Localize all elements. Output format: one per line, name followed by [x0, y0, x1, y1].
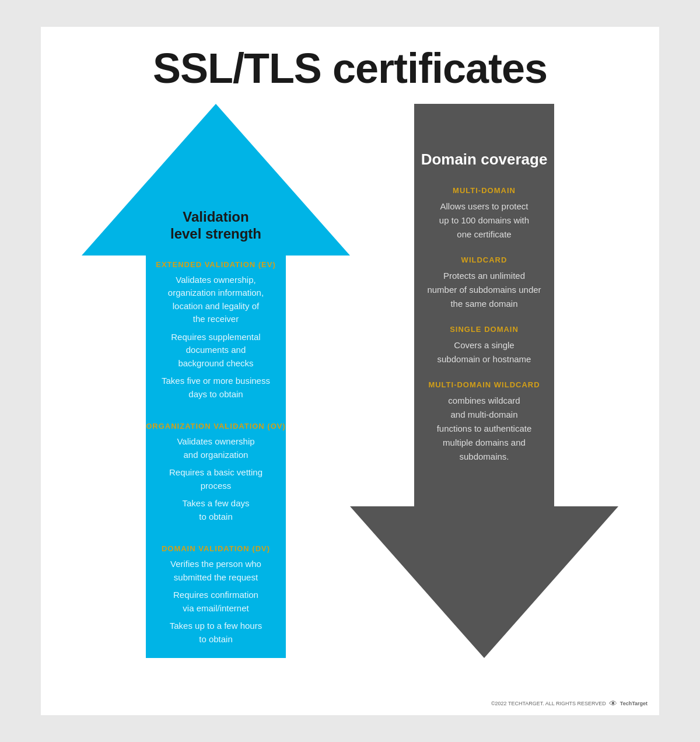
left-content: Validation level strength EXTENDED VALID… [82, 104, 350, 658]
wildcard-text: Protects an unlimitednumber of subdomain… [427, 269, 541, 311]
single-domain-label: SINGLE DOMAIN [438, 325, 531, 334]
dv-group: DOMAIN VALIDATION (DV) Verifies the pers… [162, 544, 270, 649]
multi-domain-wildcard-text: combines wildcardand multi-domainfunctio… [428, 394, 540, 464]
wildcard-label: WILDCARD [427, 256, 541, 264]
multi-domain-wildcard-group: MULTI-DOMAIN WILDCARD combines wildcarda… [428, 380, 540, 464]
wildcard-group: WILDCARD Protects an unlimitednumber of … [427, 256, 541, 311]
ov-label: ORGANIZATION VALIDATION (OV) [146, 422, 286, 430]
dv-label: DOMAIN VALIDATION (DV) [162, 544, 270, 553]
page-container: SSL/TLS certificates Validation level st… [41, 27, 659, 715]
brand-text: TechTarget [620, 701, 648, 706]
dv-text-1: Verifies the person whosubmitted the req… [162, 558, 270, 584]
ov-text-2: Requires a basic vettingprocess [146, 466, 286, 492]
multi-domain-label: MULTI-DOMAIN [439, 186, 529, 195]
footer-credit: ©2022 TECHTARGET. ALL RIGHTS RESERVED 👁 … [491, 699, 648, 708]
diagram-area: Validation level strength EXTENDED VALID… [82, 104, 618, 658]
single-domain-text: Covers a singlesubdomain or hostname [438, 338, 531, 366]
page-title: SSL/TLS certificates [153, 44, 547, 92]
multi-domain-wildcard-label: MULTI-DOMAIN WILDCARD [428, 380, 540, 389]
multi-domain-group: MULTI-DOMAIN Allows users to protectup t… [439, 186, 529, 242]
multi-domain-text: Allows users to protectup to 100 domains… [439, 200, 529, 242]
ev-text-3: Takes five or more businessdays to obtai… [156, 374, 276, 401]
ev-text-2: Requires supplementaldocuments andbackgr… [156, 331, 276, 370]
right-section-title: Domain coverage [421, 150, 548, 169]
right-content: Domain coverage MULTI-DOMAIN Allows user… [350, 104, 618, 658]
left-section-title: Validation level strength [170, 209, 261, 243]
copyright-text: ©2022 TECHTARGET. ALL RIGHTS RESERVED [491, 701, 606, 706]
dv-text-2: Requires confirmationvia email/internet [162, 589, 270, 615]
dv-text-3: Takes up to a few hoursto obtain [162, 620, 270, 646]
ev-group: EXTENDED VALIDATION (EV) Validates owner… [156, 260, 276, 405]
eye-icon: 👁 [609, 699, 617, 708]
single-domain-group: SINGLE DOMAIN Covers a singlesubdomain o… [438, 325, 531, 366]
ev-text-1: Validates ownership,organization informa… [156, 274, 276, 326]
ev-label: EXTENDED VALIDATION (EV) [156, 260, 276, 269]
ov-group: ORGANIZATION VALIDATION (OV) Validates o… [146, 422, 286, 527]
ov-text-3: Takes a few daysto obtain [146, 497, 286, 523]
ov-text-1: Validates ownershipand organization [146, 435, 286, 461]
